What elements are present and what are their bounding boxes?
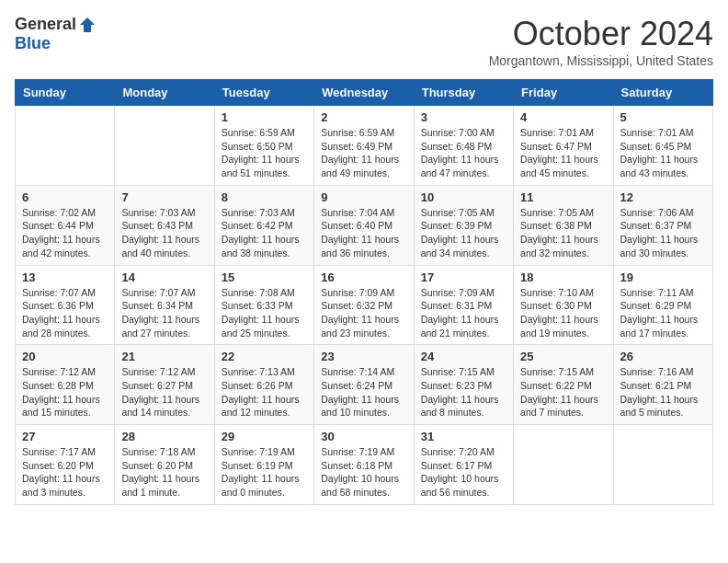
calendar-cell: 6Sunrise: 7:02 AM Sunset: 6:44 PM Daylig… <box>16 185 115 265</box>
calendar-cell: 9Sunrise: 7:04 AM Sunset: 6:40 PM Daylig… <box>314 185 414 265</box>
day-number: 28 <box>121 430 207 443</box>
calendar-cell <box>514 425 613 505</box>
day-number: 3 <box>421 110 506 124</box>
day-of-week-header: Thursday <box>414 80 513 106</box>
calendar-cell: 28Sunrise: 7:18 AM Sunset: 6:20 PM Dayli… <box>115 425 214 505</box>
day-info: Sunrise: 7:06 AM Sunset: 6:37 PM Dayligh… <box>620 206 706 260</box>
day-number: 17 <box>421 270 506 284</box>
calendar-week-row: 6Sunrise: 7:02 AM Sunset: 6:44 PM Daylig… <box>16 185 713 265</box>
calendar-cell: 18Sunrise: 7:10 AM Sunset: 6:30 PM Dayli… <box>514 265 613 345</box>
day-number: 27 <box>22 430 108 443</box>
day-number: 1 <box>222 110 307 124</box>
calendar-cell: 10Sunrise: 7:05 AM Sunset: 6:39 PM Dayli… <box>414 185 513 265</box>
day-info: Sunrise: 7:09 AM Sunset: 6:31 PM Dayligh… <box>421 286 506 340</box>
day-number: 18 <box>520 270 606 284</box>
logo-general-text: General <box>15 15 76 34</box>
calendar-cell: 23Sunrise: 7:14 AM Sunset: 6:24 PM Dayli… <box>314 345 414 425</box>
calendar-cell <box>16 106 115 186</box>
day-of-week-header: Friday <box>514 80 613 106</box>
calendar-cell: 30Sunrise: 7:19 AM Sunset: 6:18 PM Dayli… <box>314 425 414 505</box>
day-number: 24 <box>421 350 506 363</box>
day-number: 8 <box>222 190 307 204</box>
day-info: Sunrise: 7:01 AM Sunset: 6:45 PM Dayligh… <box>620 126 706 180</box>
day-info: Sunrise: 7:05 AM Sunset: 6:39 PM Dayligh… <box>421 206 506 260</box>
calendar-cell: 19Sunrise: 7:11 AM Sunset: 6:29 PM Dayli… <box>613 265 712 345</box>
calendar-cell: 4Sunrise: 7:01 AM Sunset: 6:47 PM Daylig… <box>514 106 613 186</box>
calendar-week-row: 13Sunrise: 7:07 AM Sunset: 6:36 PM Dayli… <box>16 265 713 345</box>
day-number: 6 <box>22 190 108 204</box>
day-of-week-header: Monday <box>115 80 214 106</box>
calendar-cell: 17Sunrise: 7:09 AM Sunset: 6:31 PM Dayli… <box>414 265 513 345</box>
location: Morgantown, Mississippi, United States <box>489 53 713 68</box>
day-number: 16 <box>321 270 406 284</box>
day-info: Sunrise: 7:07 AM Sunset: 6:34 PM Dayligh… <box>121 286 207 340</box>
day-number: 23 <box>321 350 406 363</box>
day-info: Sunrise: 7:19 AM Sunset: 6:19 PM Dayligh… <box>222 445 307 500</box>
day-number: 19 <box>620 270 706 284</box>
day-info: Sunrise: 7:01 AM Sunset: 6:47 PM Dayligh… <box>520 126 606 180</box>
calendar-cell: 29Sunrise: 7:19 AM Sunset: 6:19 PM Dayli… <box>214 425 313 505</box>
day-info: Sunrise: 7:20 AM Sunset: 6:17 PM Dayligh… <box>421 445 506 500</box>
day-info: Sunrise: 7:02 AM Sunset: 6:44 PM Dayligh… <box>22 206 108 260</box>
day-info: Sunrise: 7:03 AM Sunset: 6:42 PM Dayligh… <box>222 206 307 260</box>
calendar-table: SundayMondayTuesdayWednesdayThursdayFrid… <box>15 79 713 505</box>
day-info: Sunrise: 7:16 AM Sunset: 6:21 PM Dayligh… <box>620 365 706 419</box>
calendar-cell: 31Sunrise: 7:20 AM Sunset: 6:17 PM Dayli… <box>414 425 513 505</box>
day-number: 25 <box>520 350 606 363</box>
calendar-cell: 1Sunrise: 6:59 AM Sunset: 6:50 PM Daylig… <box>214 106 313 186</box>
day-number: 29 <box>222 430 307 443</box>
calendar-cell: 7Sunrise: 7:03 AM Sunset: 6:43 PM Daylig… <box>115 185 214 265</box>
day-info: Sunrise: 7:15 AM Sunset: 6:23 PM Dayligh… <box>421 365 506 419</box>
day-info: Sunrise: 7:04 AM Sunset: 6:40 PM Dayligh… <box>321 206 406 260</box>
day-number: 9 <box>321 190 406 204</box>
day-number: 20 <box>22 350 108 363</box>
calendar-header-row: SundayMondayTuesdayWednesdayThursdayFrid… <box>16 80 713 106</box>
calendar-cell: 15Sunrise: 7:08 AM Sunset: 6:33 PM Dayli… <box>214 265 313 345</box>
calendar-cell: 11Sunrise: 7:05 AM Sunset: 6:38 PM Dayli… <box>514 185 613 265</box>
calendar-week-row: 20Sunrise: 7:12 AM Sunset: 6:28 PM Dayli… <box>16 345 713 425</box>
calendar-cell <box>613 425 712 505</box>
day-number: 5 <box>620 110 706 124</box>
day-info: Sunrise: 7:17 AM Sunset: 6:20 PM Dayligh… <box>22 445 108 500</box>
day-number: 31 <box>421 430 506 443</box>
calendar-cell <box>115 106 214 186</box>
logo-blue-text: Blue <box>15 34 51 53</box>
title-section: October 2024 Morgantown, Mississippi, Un… <box>489 15 713 68</box>
month-title: October 2024 <box>489 15 713 53</box>
day-number: 26 <box>620 350 706 363</box>
day-number: 7 <box>121 190 207 204</box>
calendar-week-row: 27Sunrise: 7:17 AM Sunset: 6:20 PM Dayli… <box>16 425 713 505</box>
page-header: General Blue October 2024 Morgantown, Mi… <box>15 15 713 68</box>
calendar-cell: 16Sunrise: 7:09 AM Sunset: 6:32 PM Dayli… <box>314 265 414 345</box>
calendar-cell: 8Sunrise: 7:03 AM Sunset: 6:42 PM Daylig… <box>214 185 313 265</box>
day-info: Sunrise: 7:03 AM Sunset: 6:43 PM Dayligh… <box>121 206 207 260</box>
calendar-cell: 12Sunrise: 7:06 AM Sunset: 6:37 PM Dayli… <box>613 185 712 265</box>
day-info: Sunrise: 7:07 AM Sunset: 6:36 PM Dayligh… <box>22 286 108 340</box>
day-number: 14 <box>121 270 207 284</box>
day-info: Sunrise: 7:08 AM Sunset: 6:33 PM Dayligh… <box>222 286 307 340</box>
day-info: Sunrise: 7:10 AM Sunset: 6:30 PM Dayligh… <box>520 286 606 340</box>
day-number: 15 <box>222 270 307 284</box>
calendar-cell: 24Sunrise: 7:15 AM Sunset: 6:23 PM Dayli… <box>414 345 513 425</box>
day-of-week-header: Sunday <box>16 80 115 106</box>
calendar-cell: 20Sunrise: 7:12 AM Sunset: 6:28 PM Dayli… <box>16 345 115 425</box>
logo: General Blue <box>15 15 97 53</box>
day-info: Sunrise: 7:19 AM Sunset: 6:18 PM Dayligh… <box>321 445 406 500</box>
logo-icon <box>78 16 97 34</box>
day-info: Sunrise: 7:12 AM Sunset: 6:27 PM Dayligh… <box>121 365 207 419</box>
calendar-cell: 21Sunrise: 7:12 AM Sunset: 6:27 PM Dayli… <box>115 345 214 425</box>
day-info: Sunrise: 7:00 AM Sunset: 6:48 PM Dayligh… <box>421 126 506 180</box>
day-info: Sunrise: 7:18 AM Sunset: 6:20 PM Dayligh… <box>121 445 207 500</box>
calendar-cell: 25Sunrise: 7:15 AM Sunset: 6:22 PM Dayli… <box>514 345 613 425</box>
day-number: 13 <box>22 270 108 284</box>
day-of-week-header: Saturday <box>613 80 712 106</box>
day-number: 12 <box>620 190 706 204</box>
calendar-cell: 5Sunrise: 7:01 AM Sunset: 6:45 PM Daylig… <box>613 106 712 186</box>
calendar-week-row: 1Sunrise: 6:59 AM Sunset: 6:50 PM Daylig… <box>16 106 713 186</box>
day-info: Sunrise: 7:12 AM Sunset: 6:28 PM Dayligh… <box>22 365 108 419</box>
day-info: Sunrise: 6:59 AM Sunset: 6:50 PM Dayligh… <box>222 126 307 180</box>
day-info: Sunrise: 6:59 AM Sunset: 6:49 PM Dayligh… <box>321 126 406 180</box>
day-number: 4 <box>520 110 606 124</box>
day-of-week-header: Tuesday <box>214 80 313 106</box>
day-number: 2 <box>321 110 406 124</box>
